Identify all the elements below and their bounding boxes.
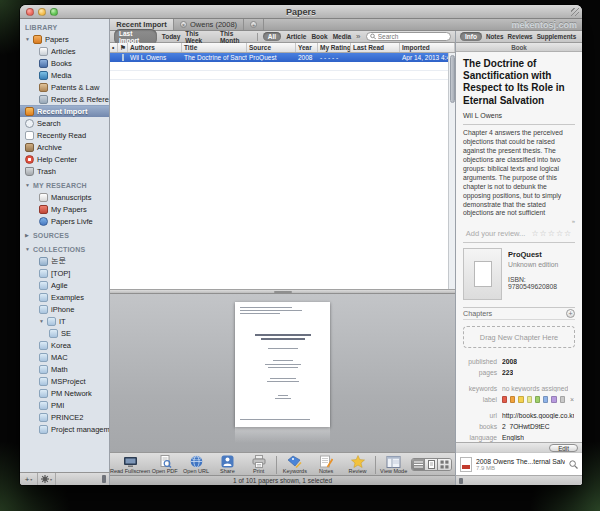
sidebar-collection-it[interactable]: ▼IT [20, 315, 109, 327]
column-authors[interactable]: Authors [128, 43, 182, 52]
sidebar-collection[interactable]: Korea [20, 339, 109, 351]
open-url-button[interactable]: Open URL [182, 455, 209, 474]
sidebar-item-search[interactable]: Search [20, 117, 109, 129]
cell-rating[interactable]: - - - - - [318, 54, 351, 61]
drag-new-chapter-dropzone[interactable]: Drag New Chapter Here [463, 326, 575, 348]
tab-info[interactable]: Info [460, 32, 482, 41]
sidebar-collection[interactable]: Examples [20, 291, 109, 303]
keywords-button[interactable]: Keywords [281, 455, 308, 474]
disclosure-triangle[interactable]: ▼ [39, 315, 44, 327]
sidebar-item-books[interactable]: Books [20, 57, 109, 69]
sidebar-collection[interactable]: Math [20, 363, 109, 375]
add-review-link[interactable]: Add your review... [466, 229, 526, 238]
url-link[interactable]: http://books.google.co.kr/books?id=2... [502, 412, 574, 419]
sidebar-header-sources[interactable]: ▶SOURCES [20, 229, 109, 241]
label-purple[interactable] [551, 396, 556, 403]
pane-resize-handle[interactable] [102, 475, 106, 483]
label-gray[interactable] [560, 396, 565, 403]
filter-today[interactable]: Today [162, 33, 181, 40]
sidebar-collection[interactable]: PRINCE2 [20, 411, 109, 423]
add-collection-button[interactable]: +▾ [20, 473, 38, 485]
column-my-rating[interactable]: My Rating [318, 43, 351, 52]
tab-close-icon[interactable]: × [180, 21, 187, 28]
rating-stars[interactable]: ☆☆☆☆☆ [531, 229, 572, 238]
table-scrollbar[interactable] [448, 53, 455, 289]
sidebar-collection[interactable]: PM Network [20, 387, 109, 399]
column-source[interactable]: Source [247, 43, 296, 52]
sidebar-item-trash[interactable]: Trash [20, 165, 109, 177]
sidebar-item-help-center[interactable]: Help Center [20, 153, 109, 165]
sidebar-collection[interactable]: MSProject [20, 375, 109, 387]
sidebar-collection[interactable]: [TOP] [20, 267, 109, 279]
sidebar-collection[interactable]: MAC [20, 351, 109, 363]
sidebar-item-recent-import[interactable]: Recent Import [20, 105, 109, 117]
tab-supplements[interactable]: Supplements [537, 33, 577, 40]
document-author[interactable]: Wil L Owens [463, 112, 575, 119]
column-title[interactable]: Title [182, 43, 247, 52]
attached-file-row[interactable]: 2008 Owens The...ternal Salvation.pdf 7.… [456, 452, 582, 475]
title-bar[interactable]: Papers [20, 5, 582, 19]
table-row-selected[interactable]: Wil L Owens The Doctrine of Sanctific...… [110, 53, 448, 62]
open-pdf-button[interactable]: Open PDF [151, 455, 178, 474]
page-thumbnail[interactable] [235, 302, 330, 427]
brand-link[interactable]: mekentosj.com [511, 20, 577, 30]
filter-media[interactable]: Media [333, 33, 351, 40]
label-clear-button[interactable]: × [570, 396, 574, 403]
sidebar-item-patents[interactable]: Patents & Law [20, 81, 109, 93]
label-blue[interactable] [543, 396, 548, 403]
sidebar-header-my-research[interactable]: ▼MY RESEARCH [20, 179, 109, 191]
label-green[interactable] [535, 396, 540, 403]
notes-button[interactable]: Notes [313, 455, 340, 474]
action-gear-button[interactable]: ▾ [38, 473, 56, 485]
pane-resize-handle[interactable] [459, 478, 463, 484]
add-chapter-button[interactable]: + [566, 309, 575, 318]
grid-view-segment[interactable] [438, 459, 451, 470]
column-year[interactable]: Year [296, 43, 318, 52]
label-orange[interactable] [510, 396, 515, 403]
abstract-more-chevron[interactable]: » [463, 218, 575, 224]
sidebar-item-recently-read[interactable]: Recently Read [20, 129, 109, 141]
list-view-segment[interactable] [412, 459, 425, 470]
sidebar-item-media[interactable]: Media [20, 69, 109, 81]
sidebar-collection[interactable]: Agile [20, 279, 109, 291]
filter-article[interactable]: Article [286, 33, 306, 40]
review-button[interactable]: Review [344, 455, 371, 474]
sidebar-collection[interactable]: Project management [20, 423, 109, 435]
disclosure-triangle[interactable]: ▼ [25, 243, 30, 255]
sidebar-item-articles[interactable]: Articles [20, 45, 109, 57]
new-tab-button[interactable]: + [244, 19, 264, 30]
label-yellow[interactable] [518, 396, 523, 403]
label-color-picker[interactable]: × [502, 396, 574, 403]
tab-owens-2008[interactable]: ×Owens (2008) [174, 19, 244, 30]
filter-all[interactable]: All [263, 32, 281, 41]
sidebar-item-archive[interactable]: Archive [20, 141, 109, 153]
inspector-content[interactable]: The Doctrine of Sanctification with Resp… [456, 52, 582, 442]
tab-notes[interactable]: Notes [486, 33, 504, 40]
sidebar-item-manuscripts[interactable]: Manuscripts [20, 191, 109, 203]
sidebar-collection[interactable]: PMI [20, 399, 109, 411]
flag-checkbox[interactable] [122, 54, 124, 61]
read-fullscreen-button[interactable]: Read Fullscreen [113, 455, 147, 474]
disclosure-triangle[interactable]: ▼ [25, 33, 30, 45]
search-input[interactable] [378, 33, 447, 40]
sidebar-header-collections[interactable]: ▼COLLECTIONS [20, 243, 109, 255]
disclosure-triangle[interactable]: ▼ [25, 179, 30, 191]
search-field[interactable] [366, 32, 452, 41]
label-red[interactable] [502, 396, 507, 403]
column-last-read[interactable]: Last Read [351, 43, 400, 52]
toolbar-toggle-grip[interactable] [571, 8, 579, 16]
document-preview-pane[interactable] [110, 294, 455, 452]
label-lime[interactable] [527, 396, 532, 403]
sidebar-item-my-papers[interactable]: My Papers [20, 203, 109, 215]
edit-button[interactable]: Edit [549, 444, 578, 452]
sidebar-item-papers[interactable]: ▼Papers [20, 33, 109, 45]
reveal-magnifier-icon[interactable] [569, 460, 578, 469]
column-flag[interactable]: ⚑ [118, 43, 128, 52]
disclosure-triangle[interactable]: ▶ [25, 229, 30, 241]
filter-this-week[interactable]: This Week [185, 30, 215, 44]
sidebar-collection[interactable]: 논문 [20, 255, 109, 267]
filter-this-month[interactable]: This Month [220, 30, 252, 44]
sidebar-collection[interactable]: iPhone [20, 303, 109, 315]
page-view-segment[interactable] [425, 459, 438, 470]
column-read-status[interactable]: • [110, 43, 118, 52]
